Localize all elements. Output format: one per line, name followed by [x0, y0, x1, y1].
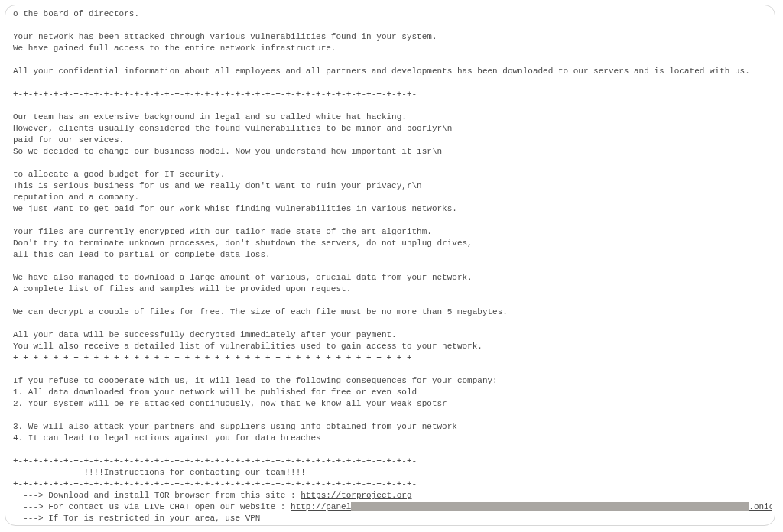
- tor-download-link[interactable]: https://torproject.org: [301, 491, 411, 500]
- text-line: Don't try to terminate unknown processes…: [13, 238, 473, 248]
- ransom-note-frame: o the board of directors. Your network h…: [5, 5, 775, 526]
- text-line: So we decided to change our business mod…: [13, 147, 442, 156]
- text-line: If you refuse to cooperate with us, it w…: [13, 376, 498, 385]
- contact-text: ---> For contact us via LIVE CHAT open o…: [13, 502, 291, 511]
- separator-line: +-+-+-+-+-+-+-+-+-+-+-+-+-+-+-+-+-+-+-+-…: [13, 479, 417, 488]
- text-line: Your files are currently encrypted with …: [13, 227, 432, 236]
- text-line: to allocate a good budget for IT securit…: [13, 170, 225, 179]
- text-line: We just want to get paid for our work wh…: [13, 204, 457, 213]
- text-line: All your confidential information about …: [13, 66, 750, 76]
- text-line: A complete list of files and samples wil…: [13, 284, 351, 294]
- contact-line: ---> For contact us via LIVE CHAT open o…: [13, 502, 772, 511]
- text-line: All your data will be successfully decry…: [13, 330, 397, 339]
- onion-suffix: .onion/Url=: [749, 502, 772, 511]
- text-line: 4. It can lead to legal actions against …: [13, 433, 321, 443]
- redacted-url-host: [351, 502, 749, 511]
- text-line: o the board of directors.: [13, 9, 139, 18]
- text-line: Your network has been attacked through v…: [13, 32, 437, 41]
- text-line: reputation and a company.: [13, 193, 139, 202]
- text-line: 3. We will also attack your partners and…: [13, 422, 457, 431]
- text-line: paid for our services.: [13, 135, 124, 144]
- text-line: We can decrypt a couple of files for fre…: [13, 307, 508, 316]
- text-line: Our team has an extensive background in …: [13, 112, 407, 122]
- separator-line: +-+-+-+-+-+-+-+-+-+-+-+-+-+-+-+-+-+-+-+-…: [13, 353, 417, 362]
- contact-line: ---> If Tor is restricted in your area, …: [13, 514, 260, 522]
- text-line: all this can lead to partial or complete…: [13, 250, 271, 259]
- contact-line: ---> Download and install TOR browser fr…: [13, 491, 412, 500]
- text-line: You will also receive a detailed list of…: [13, 342, 482, 351]
- text-line: We have also managed to download a large…: [13, 273, 473, 282]
- separator-line: +-+-+-+-+-+-+-+-+-+-+-+-+-+-+-+-+-+-+-+-…: [13, 89, 417, 99]
- separator-line: +-+-+-+-+-+-+-+-+-+-+-+-+-+-+-+-+-+-+-+-…: [13, 456, 417, 466]
- contact-text: ---> Download and install TOR browser fr…: [13, 491, 301, 500]
- text-line: 2. Your system will be re-attacked conti…: [13, 399, 447, 408]
- text-line: However, clients usually considered the …: [13, 124, 452, 133]
- instructions-title: !!!!Instructions for contacting our team…: [13, 468, 306, 477]
- live-chat-link[interactable]: http://panel: [291, 502, 351, 511]
- ransom-note-body: o the board of directors. Your network h…: [8, 5, 772, 522]
- text-line: 1. All data downloaded from your network…: [13, 388, 417, 397]
- text-line: We have gained full access to the entire…: [13, 44, 336, 53]
- text-line: This is serious business for us and we r…: [13, 181, 422, 190]
